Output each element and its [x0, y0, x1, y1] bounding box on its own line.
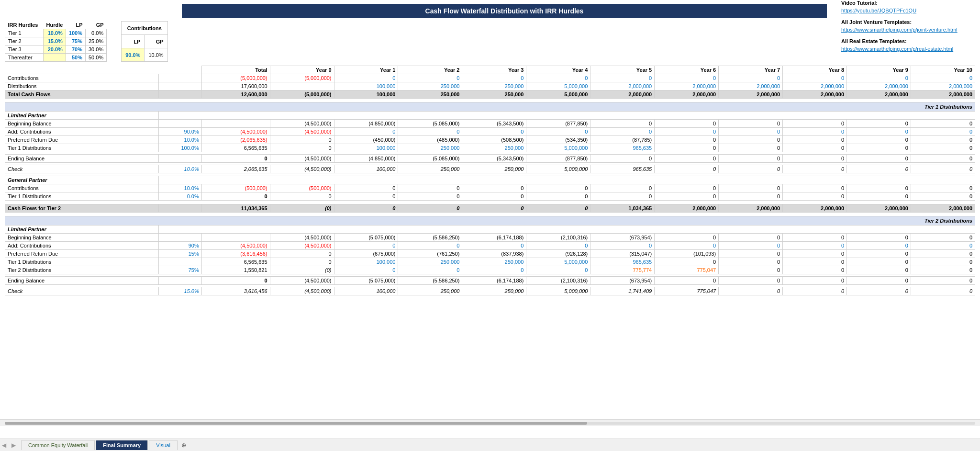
re-link[interactable]: https://www.smarthelping.com/p/real-esta… [841, 46, 953, 52]
re-label: All Real Estate Templates: [841, 38, 975, 44]
tier3-label: Tier 3 [5, 45, 44, 54]
col-year1: Year 1 [334, 66, 398, 74]
tier1-lp-check: Check 10.0% 2,065,635 (4,500,000) 100,00… [5, 165, 975, 173]
tier1-lp-header: Limited Partner [5, 112, 975, 120]
contrib-lp: 90.0% [122, 48, 145, 62]
right-panel: Video Tutorial: https://youtu.be/JQBQTPF… [841, 0, 975, 52]
tier2-lp-contributions: Add: Contributions 90% (4,500,000) (4,50… [5, 242, 975, 250]
thereafter-gp: 50.0% [85, 54, 106, 62]
tier1-gp-header: General Partner [5, 176, 975, 184]
cash-flows-tier2-row: Cash Flows for Tier 2 11,034,365 (0) 0 0… [5, 204, 975, 213]
tier2-beg-balance: Beginning Balance (4,500,000) (5,075,000… [5, 234, 975, 242]
tier1-gp-distributions: Tier 1 Distributions 0.0% 0 0 0 0 0 0 0 … [5, 192, 975, 201]
tier1-preferred-return: Preferred Return Due 10.0% (2,065,635) 0… [5, 136, 975, 144]
thereafter-label: Thereafter [5, 54, 44, 62]
tier3-lp: 70% [66, 45, 85, 54]
col-year7: Year 7 [719, 66, 783, 74]
tier2-hurdle: 15.0% [44, 37, 66, 45]
col-year2: Year 2 [398, 66, 462, 74]
tier2-tier1-distributions: Tier 1 Distributions 6,565,635 0 100,000… [5, 258, 975, 266]
jv-link[interactable]: https://www.smarthelping.com/p/joint-ven… [841, 27, 958, 33]
tier2-gp: 25.0% [85, 37, 106, 45]
scrollbar-thumb[interactable] [5, 422, 587, 425]
tier1-lp-distributions: Tier 1 Distributions 100.0% 6,565,635 0 … [5, 144, 975, 152]
tier3-gp: 30.0% [85, 45, 106, 54]
col-year6: Year 6 [655, 66, 719, 74]
tier1-lp-ending-balance: Ending Balance 0 (4,500,000) (4,850,000)… [5, 155, 975, 163]
contributions-table: Contributions LP GP 90.0% 10.0% [121, 21, 167, 62]
hurdles-table: IRR Hurdles Hurdle LP GP Tier 1 10.0% 10… [5, 21, 107, 62]
scrollbar-area [0, 419, 980, 426]
tier1-label: Tier 1 [5, 29, 44, 37]
col-year4: Year 4 [526, 66, 590, 74]
tab-common-equity-waterfall[interactable]: Common Equity Waterfall [21, 440, 95, 450]
contributions-header: Contributions [122, 22, 167, 35]
tier1-lp: 100% [66, 29, 85, 37]
video-label: Video Tutorial: [841, 0, 975, 6]
col-year5: Year 5 [590, 66, 655, 74]
video-link[interactable]: https://youtu.be/JQBQTPFc1QU [841, 8, 916, 13]
col-year3: Year 3 [462, 66, 526, 74]
tab-add-button[interactable]: ⊕ [178, 441, 189, 450]
sheet-nav-right[interactable]: ▶ [11, 442, 21, 449]
tier2-ending-balance: Ending Balance 0 (4,500,000) (5,075,000)… [5, 277, 975, 285]
jv-label: All Joint Venture Templates: [841, 19, 975, 25]
contributions-row: Contributions (5,000,000) (5,000,000) 0 … [5, 74, 975, 82]
col-year8: Year 8 [783, 66, 847, 74]
tier2-label: Tier 2 [5, 37, 44, 45]
tier1-hurdle: 10.0% [44, 29, 66, 37]
contrib-total: (5,000,000) [201, 74, 270, 82]
irr-hurdles-label: IRR Hurdles [5, 21, 44, 29]
tier1-gp: 0.0% [85, 29, 106, 37]
tab-visual[interactable]: Visual [149, 440, 178, 450]
main-title: Cash Flow Waterfall Distribution with IR… [182, 4, 827, 18]
tier1-lp-contributions: Add: Contributions 90.0% (4,500,000) (4,… [5, 128, 975, 136]
main-data-table: Total Year 0 Year 1 Year 2 Year 3 Year 4… [5, 66, 975, 295]
thereafter-lp: 50% [66, 54, 85, 62]
col-year9: Year 9 [847, 66, 911, 74]
tier2-section-header: Tier 2 Distributions [5, 216, 975, 226]
tier1-section-header: Tier 1 Distributions [5, 102, 975, 112]
tier2-lp-header: Limited Partner [5, 226, 975, 234]
sheet-nav-left[interactable]: ◀ [2, 442, 11, 449]
col-total: Total [201, 66, 270, 74]
tier2-check: Check 15.0% 3,616,456 (4,500,000) 100,00… [5, 287, 975, 295]
distributions-row: Distributions 17,600,000 100,000 250,000… [5, 82, 975, 90]
tab-final-summary[interactable]: Final Summary [96, 440, 148, 450]
contrib-gp: 10.0% [145, 48, 167, 62]
tier2-lp: 75% [66, 37, 85, 45]
col-year0: Year 0 [270, 66, 334, 74]
tier2-lp-distributions: Tier 2 Distributions 75% 1,550,821 (0) 0… [5, 266, 975, 274]
tier1-beg-balance: Beginning Balance (4,500,000) (4,850,000… [5, 120, 975, 128]
tier1-gp-contributions: Contributions 10.0% (500,000) (500,000) … [5, 184, 975, 192]
col-year10: Year 10 [911, 66, 975, 74]
total-cashflows-row: Total Cash Flows 12,600,000 (5,000,000) … [5, 90, 975, 99]
tab-bar: ◀ ▶ Common Equity Waterfall Final Summar… [0, 439, 980, 451]
thereafter-hurdle [44, 54, 66, 62]
tier3-hurdle: 20.0% [44, 45, 66, 54]
tier2-preferred-return: Preferred Return Due 15% (3,616,456) 0 (… [5, 250, 975, 258]
